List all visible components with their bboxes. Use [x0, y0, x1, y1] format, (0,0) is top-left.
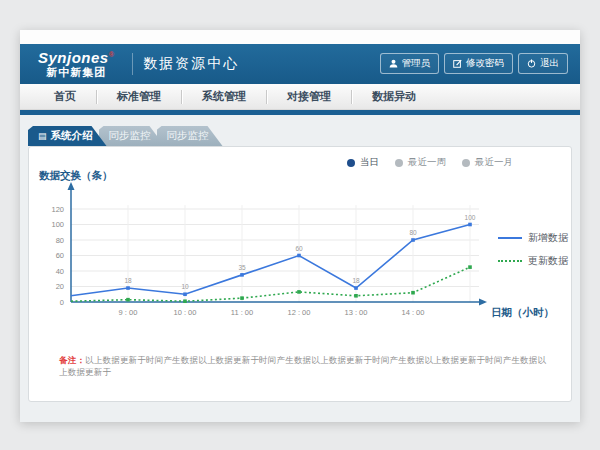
- footnote-prefix: 备注：: [59, 355, 85, 365]
- content-area: ▤ 系统介绍 同步监控 同步监控 当日 最近一周: [20, 115, 580, 422]
- logout-label: 退出: [540, 57, 559, 70]
- chart-legend: 新增数据 更新数据: [498, 231, 568, 277]
- tab-system-intro[interactable]: ▤ 系统介绍: [28, 126, 107, 146]
- svg-text:100: 100: [465, 214, 476, 221]
- svg-text:18: 18: [124, 277, 132, 284]
- svg-text:13 : 00: 13 : 00: [345, 308, 368, 317]
- svg-text:100: 100: [51, 220, 64, 229]
- nav-item-data-change[interactable]: 数据异动: [352, 89, 436, 104]
- legend-line-solid: [498, 237, 522, 239]
- main-nav: 首页 标准管理 系统管理 对接管理 数据异动: [20, 84, 580, 110]
- svg-text:40: 40: [56, 267, 64, 276]
- svg-text:80: 80: [56, 236, 64, 245]
- svg-text:35: 35: [238, 264, 246, 271]
- svg-text:0: 0: [60, 298, 64, 307]
- page-title: 数据资源中心: [143, 55, 239, 73]
- svg-text:20: 20: [56, 282, 64, 291]
- svg-text:14 : 00: 14 : 00: [402, 308, 425, 317]
- company-logo: Synjones® 新中新集团: [30, 50, 122, 78]
- edit-icon: [453, 59, 462, 68]
- chart-canvas: 数据交换（条）日期（小时）0204060801001209 : 0010 : 0…: [35, 169, 555, 339]
- svg-text:12 : 00: 12 : 00: [288, 308, 311, 317]
- svg-text:80: 80: [409, 229, 417, 236]
- svg-text:11 : 00: 11 : 00: [231, 308, 253, 317]
- user-icon: [389, 59, 398, 68]
- filter-label: 最近一周: [408, 156, 446, 169]
- nav-item-system-mgmt[interactable]: 系统管理: [182, 89, 266, 104]
- svg-text:120: 120: [51, 205, 64, 214]
- svg-text:60: 60: [295, 245, 303, 252]
- radio-icon: [395, 159, 403, 167]
- filter-last-month[interactable]: 最近一月: [462, 156, 513, 169]
- logout-button[interactable]: 退出: [518, 53, 568, 74]
- legend-item-new-data[interactable]: 新增数据: [498, 231, 568, 245]
- svg-text:18: 18: [352, 277, 360, 284]
- filter-label: 当日: [360, 156, 379, 169]
- svg-text:数据交换（条）: 数据交换（条）: [38, 169, 113, 182]
- logo-company-name: 新中新集团: [38, 67, 114, 78]
- power-icon: [527, 59, 536, 68]
- radio-icon: [462, 159, 470, 167]
- tab-sync-monitor-2[interactable]: 同步监控: [157, 126, 223, 146]
- nav-item-home[interactable]: 首页: [34, 89, 96, 104]
- filter-last-week[interactable]: 最近一周: [395, 156, 446, 169]
- footnote: 备注：以上数据更新于时间产生数据以上数据更新于时间产生数据以上数据更新于时间产生…: [59, 355, 549, 379]
- registered-mark-icon: ®: [109, 51, 115, 58]
- nav-item-standard-mgmt[interactable]: 标准管理: [97, 89, 181, 104]
- svg-text:日期（小时）: 日期（小时）: [491, 306, 554, 319]
- nav-item-integration-mgmt[interactable]: 对接管理: [267, 89, 351, 104]
- change-password-label: 修改密码: [466, 57, 504, 70]
- header-actions: 管理员 修改密码 退出: [380, 53, 569, 74]
- line-chart: 数据交换（条）日期（小时）0204060801001209 : 0010 : 0…: [35, 169, 555, 339]
- app-window: Synjones® 新中新集团 数据资源中心 管理员 修改密码 退出 首页 标准…: [20, 30, 580, 422]
- legend-item-updated-data[interactable]: 更新数据: [498, 254, 568, 268]
- chart-panel: 当日 最近一周 最近一月 数据交换（条）日期（小时）02040608010012…: [28, 146, 572, 402]
- header-divider: [132, 53, 133, 75]
- tab-label: 系统介绍: [51, 129, 93, 143]
- svg-text:60: 60: [56, 251, 64, 260]
- filter-today[interactable]: 当日: [347, 156, 379, 169]
- legend-label: 新增数据: [528, 231, 568, 245]
- logo-wordmark: Synjones®: [38, 50, 114, 65]
- admin-user-label: 管理员: [402, 57, 431, 70]
- svg-text:10: 10: [181, 283, 189, 290]
- radio-selected-icon: [347, 159, 355, 167]
- legend-line-dotted: [498, 260, 522, 262]
- change-password-button[interactable]: 修改密码: [444, 53, 513, 74]
- tab-label: 同步监控: [109, 129, 151, 143]
- tab-label: 同步监控: [167, 129, 209, 143]
- svg-text:10 : 00: 10 : 00: [174, 308, 197, 317]
- range-filter-group: 当日 最近一周 最近一月: [347, 156, 513, 169]
- tab-sync-monitor-1[interactable]: 同步监控: [99, 126, 165, 146]
- legend-label: 更新数据: [528, 254, 568, 268]
- svg-text:9 : 00: 9 : 00: [119, 308, 138, 317]
- app-header: Synjones® 新中新集团 数据资源中心 管理员 修改密码 退出: [20, 44, 580, 84]
- tab-bar: ▤ 系统介绍 同步监控 同步监控: [28, 126, 215, 146]
- page-top-strip: [20, 30, 580, 44]
- filter-label: 最近一月: [475, 156, 513, 169]
- document-icon: ▤: [38, 132, 47, 141]
- footnote-text: 以上数据更新于时间产生数据以上数据更新于时间产生数据以上数据更新于时间产生数据以…: [59, 355, 546, 377]
- admin-user-button[interactable]: 管理员: [380, 53, 440, 74]
